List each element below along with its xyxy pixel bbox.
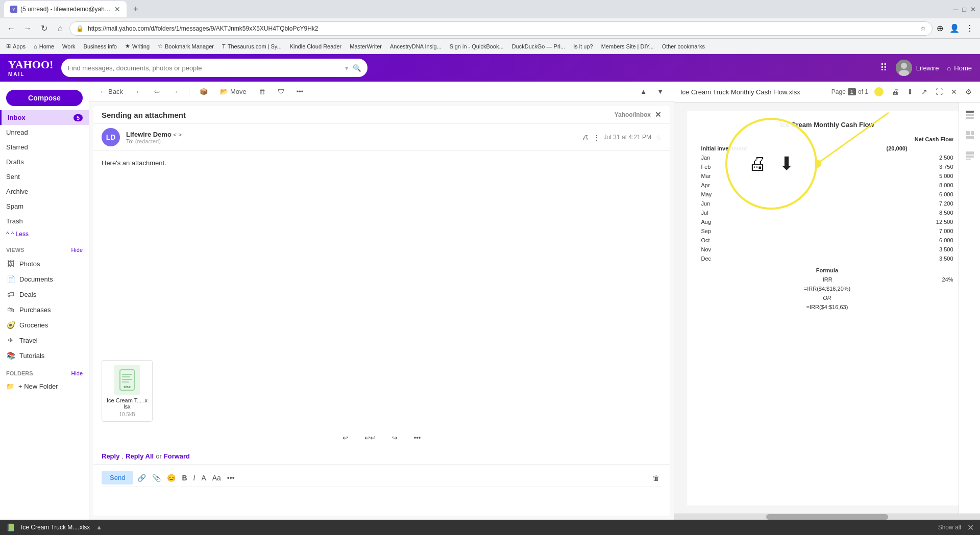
forward-arrow-btn[interactable]: ↪ [388, 432, 402, 444]
bookmark-star[interactable]: ☆ [920, 25, 926, 32]
sidebar-item-groceries[interactable]: 🥑 Groceries [0, 317, 89, 333]
delete-btn[interactable]: 🗑 [255, 86, 270, 97]
search-dropdown-icon[interactable]: ▾ [345, 64, 349, 72]
bookmark-members[interactable]: Members Site | DIY... [599, 42, 656, 50]
close-email-btn[interactable]: ✕ [655, 110, 662, 119]
archive-btn[interactable]: 📦 [195, 86, 212, 97]
reply-all-link[interactable]: Reply All [126, 452, 154, 460]
preview-scrollbar[interactable] [674, 514, 980, 520]
minimize-btn[interactable]: ─ [953, 6, 958, 13]
delete-compose-btn[interactable]: 🗑 [650, 472, 662, 484]
reply-link[interactable]: Reply [102, 452, 119, 460]
bookmark-ancestry[interactable]: AncestryDNA Insig... [388, 42, 444, 50]
browser-tab[interactable]: Y (5 unread) - lifewiredemo@yaho... ✕ [4, 1, 127, 17]
bookmark-work[interactable]: Work [60, 42, 77, 50]
bookmark-duckduckgo[interactable]: DuckDuckGo — Pri... [510, 42, 568, 50]
sidebar-item-starred[interactable]: Starred [0, 140, 89, 155]
address-bar[interactable]: 🔒 https://mail.yahoo.com/d/folders/1/mes… [69, 21, 933, 36]
maximize-btn[interactable]: □ [962, 6, 966, 13]
sidebar-item-trash[interactable]: Trash [0, 214, 89, 228]
show-all-btn[interactable]: Show all [938, 524, 961, 531]
sidebar-item-tutorials[interactable]: 📚 Tutorials [0, 348, 89, 363]
bookmark-manager[interactable]: ☆ Bookmark Manager [156, 42, 216, 50]
collapse-btn[interactable]: ▲ [636, 86, 651, 97]
more-actions-btn[interactable]: ••• [410, 432, 425, 444]
star-email-icon[interactable]: ☆ [655, 134, 662, 141]
home-btn-browser[interactable]: ⌂ [53, 21, 67, 36]
new-folder-btn[interactable]: 📁 + New Folder [0, 379, 89, 393]
more-btn[interactable]: ••• [292, 86, 308, 97]
scrollbar-thumb[interactable] [766, 514, 889, 520]
bookmark-business[interactable]: Business info [82, 42, 119, 50]
back-to-list-btn[interactable]: ← Back [95, 86, 127, 97]
color-btn[interactable]: A [199, 472, 208, 484]
bookmark-kindle[interactable]: Kindle Cloud Reader [288, 42, 344, 50]
bookmark-other[interactable]: Other bookmarks [660, 42, 707, 50]
user-profile[interactable]: Lifewire [896, 60, 939, 76]
sidebar-mid-icon[interactable] [962, 127, 978, 143]
bottom-file-arrow[interactable]: ▲ [96, 524, 102, 531]
search-button[interactable]: 🔍 [353, 64, 361, 72]
preview-close-btn[interactable]: ✕ [949, 86, 959, 98]
preview-share-btn[interactable]: ↗ [919, 86, 929, 98]
spam-btn[interactable]: 🛡 [274, 86, 288, 97]
more-email-icon[interactable]: ⋮ [593, 134, 600, 141]
bookmark-apps[interactable]: ⊞ Apps [4, 42, 28, 50]
sidebar-item-deals[interactable]: 🏷 Deals [0, 287, 89, 302]
print-email-icon[interactable]: 🖨 [582, 134, 589, 141]
bookmark-writing[interactable]: ★ Writing [123, 42, 152, 50]
less-button[interactable]: ^ ^ Less [0, 228, 89, 240]
back-btn[interactable]: ← [4, 21, 18, 36]
sidebar-item-drafts[interactable]: Drafts [0, 155, 89, 169]
send-button[interactable]: Send [102, 471, 133, 485]
sidebar-item-archive[interactable]: Archive [0, 184, 89, 199]
sidebar-item-unread[interactable]: Unread [0, 125, 89, 140]
preview-fullscreen-btn[interactable]: ⛶ [934, 86, 945, 98]
close-window-btn[interactable]: ✕ [970, 6, 976, 13]
link-btn[interactable]: 🔗 [135, 472, 148, 484]
prev-unread-btn[interactable]: ⇦ [150, 86, 164, 97]
sidebar-item-purchases[interactable]: 🛍 Purchases [0, 302, 89, 317]
sidebar-item-travel[interactable]: ✈ Travel [0, 333, 89, 348]
bookmark-masterwriter[interactable]: MasterWriter [348, 42, 384, 50]
sidebar-item-spam[interactable]: Spam [0, 199, 89, 214]
bookmark-isitup[interactable]: Is it up? [571, 42, 595, 50]
reply-all-arrow-btn[interactable]: ↩↩ [360, 432, 380, 444]
prev-email-btn[interactable]: ← [131, 86, 146, 97]
tab-close-btn[interactable]: ✕ [114, 5, 120, 13]
views-hide-btn[interactable]: Hide [71, 247, 83, 253]
compose-body[interactable] [102, 491, 662, 512]
search-input[interactable] [67, 64, 341, 72]
sidebar-bot-icon[interactable] [962, 147, 978, 164]
sidebar-item-sent[interactable]: Sent [0, 169, 89, 184]
font-size-btn[interactable]: Aa [210, 472, 223, 484]
header-home-btn[interactable]: ⌂ Home [947, 64, 972, 72]
bold-btn[interactable]: B [180, 472, 189, 484]
preview-download-btn[interactable]: ⬇ [905, 86, 915, 98]
forward-link[interactable]: Forward [164, 452, 190, 460]
refresh-btn[interactable]: ↻ [37, 21, 51, 36]
sidebar-item-documents[interactable]: 📄 Documents [0, 271, 89, 287]
apps-grid-icon[interactable]: ⠿ [880, 62, 888, 74]
preview-settings-btn[interactable]: ⚙ [963, 86, 974, 98]
preview-print-btn[interactable]: 🖨 [890, 86, 901, 98]
italic-btn[interactable]: I [191, 472, 198, 484]
bookmark-home[interactable]: ⌂ Home [32, 42, 56, 50]
attachment-item[interactable]: xlsx Ice Cream T... .xlsx 10.5kB [102, 360, 153, 422]
sidebar-item-photos[interactable]: 🖼 Photos [0, 256, 89, 271]
compose-button[interactable]: Compose [6, 90, 83, 106]
folders-hide-btn[interactable]: Hide [71, 370, 83, 376]
emoji-btn[interactable]: 😊 [165, 472, 178, 484]
forward-btn[interactable]: → [20, 21, 35, 36]
next-email-btn[interactable]: → [168, 86, 183, 97]
expand-btn[interactable]: ▼ [653, 86, 668, 97]
bookmark-thesaurus[interactable]: T Thesaurus.com | Sy... [220, 42, 284, 50]
sidebar-item-inbox[interactable]: Inbox 5 [0, 110, 89, 125]
search-bar[interactable]: ▾ 🔍 [61, 59, 368, 77]
preview-body[interactable]: Ice Cream Monthly Cash Flow Net Cash Flo… [674, 103, 980, 514]
bottom-close-btn[interactable]: ✕ [967, 523, 974, 532]
sidebar-top-icon[interactable] [962, 107, 978, 123]
new-tab-btn[interactable]: + [129, 2, 143, 16]
attachment-btn[interactable]: 📎 [150, 472, 163, 484]
move-btn[interactable]: 📂 Move [216, 86, 251, 97]
